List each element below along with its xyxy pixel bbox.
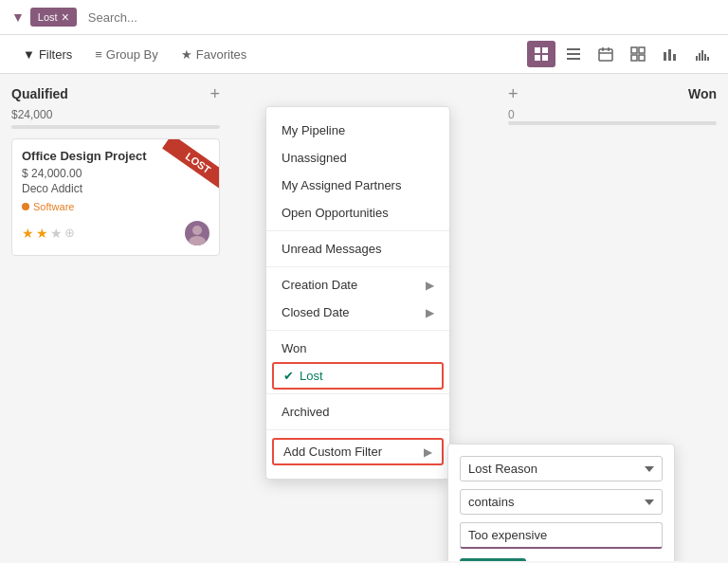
filters-group-4: Won ✔ Lost bbox=[266, 331, 449, 394]
filter-item-creation-date[interactable]: Creation Date ▶ bbox=[266, 271, 449, 299]
cf-footer: APPLY ⊕ ADD A CONDITION bbox=[460, 558, 663, 561]
closed-date-label: Closed Date bbox=[282, 305, 350, 319]
closed-date-arrow: ▶ bbox=[426, 306, 434, 319]
avatar bbox=[185, 221, 209, 245]
svg-rect-22 bbox=[707, 57, 709, 61]
card-tag: Software bbox=[22, 201, 74, 212]
cf-operator-row: contains does not contain = != bbox=[460, 489, 663, 515]
col-count-won: 0 bbox=[508, 108, 717, 121]
toolbar: ▼ Filters ≡ Group By ★ Favorites bbox=[0, 35, 728, 74]
filter-item-open-opportunities[interactable]: Open Opportunities bbox=[266, 199, 449, 227]
filters-group-1: My Pipeline Unassigned My Assigned Partn… bbox=[266, 113, 449, 231]
add-custom-filter-label: Add Custom Filter bbox=[283, 445, 382, 459]
filter-tag[interactable]: Lost × bbox=[30, 8, 77, 27]
svg-rect-12 bbox=[639, 47, 645, 53]
cf-value-row bbox=[460, 522, 663, 549]
svg-rect-7 bbox=[599, 49, 612, 61]
filter-item-closed-date[interactable]: Closed Date ▶ bbox=[266, 299, 449, 326]
tag-label: Software bbox=[33, 201, 74, 212]
kanban-col-qualified: Qualified + $24,000 LOST Office Design P… bbox=[11, 85, 220, 550]
col-amount-qualified: $24,000 bbox=[11, 108, 220, 121]
activity-view-button[interactable] bbox=[688, 41, 717, 67]
svg-rect-17 bbox=[673, 54, 676, 61]
svg-rect-4 bbox=[567, 48, 580, 50]
svg-rect-13 bbox=[631, 55, 637, 61]
funnel-icon: ▼ bbox=[11, 9, 25, 25]
creation-date-arrow: ▶ bbox=[426, 279, 434, 292]
filter-item-my-assigned-partners[interactable]: My Assigned Partners bbox=[266, 172, 449, 199]
svg-rect-5 bbox=[567, 53, 580, 55]
kanban-card: LOST Office Design Project $ 24,000.00 D… bbox=[11, 138, 220, 256]
filters-button[interactable]: ▼ Filters bbox=[11, 43, 83, 66]
filters-group-2: Unread Messages bbox=[266, 231, 449, 267]
svg-rect-6 bbox=[567, 58, 580, 60]
cf-field-select[interactable]: Lost Reason Stage Salesperson Expected R… bbox=[460, 456, 663, 481]
filters-group-custom: Add Custom Filter ▶ bbox=[266, 430, 449, 473]
svg-rect-21 bbox=[704, 54, 706, 61]
bar-chart-view-button[interactable] bbox=[656, 41, 684, 67]
card-partner: Deco Addict bbox=[22, 182, 209, 195]
filter-item-archived[interactable]: Archived bbox=[266, 398, 449, 426]
svg-rect-19 bbox=[699, 53, 701, 61]
cf-operator-select[interactable]: contains does not contain = != bbox=[460, 489, 663, 515]
svg-rect-14 bbox=[639, 55, 645, 61]
card-footer: ★ ★ ★ ⊕ bbox=[22, 221, 209, 245]
group-by-icon: ≡ bbox=[95, 47, 102, 62]
favorites-label: Favorites bbox=[196, 47, 246, 62]
filter-icon: ▼ bbox=[23, 47, 35, 62]
tag-dot bbox=[22, 203, 29, 210]
svg-rect-1 bbox=[542, 47, 548, 53]
svg-rect-3 bbox=[542, 55, 548, 61]
filter-tag-remove[interactable]: × bbox=[62, 10, 69, 24]
lost-check-icon: ✔ bbox=[283, 369, 294, 383]
filter-item-won[interactable]: Won bbox=[266, 335, 449, 362]
cf-value-input[interactable] bbox=[460, 522, 663, 549]
calendar-view-button[interactable] bbox=[592, 41, 620, 67]
col-add-qualified[interactable]: + bbox=[209, 85, 220, 102]
add-custom-filter-button[interactable]: Add Custom Filter ▶ bbox=[272, 438, 444, 465]
filter-item-lost[interactable]: ✔ Lost bbox=[272, 362, 444, 390]
svg-rect-16 bbox=[668, 49, 671, 61]
creation-date-label: Creation Date bbox=[282, 278, 357, 292]
kanban-view-button[interactable] bbox=[527, 41, 555, 67]
svg-point-23 bbox=[192, 226, 202, 235]
custom-filter-panel: Lost Reason Stage Salesperson Expected R… bbox=[447, 444, 675, 561]
list-view-button[interactable] bbox=[559, 41, 588, 67]
col-bar-qualified bbox=[11, 125, 220, 129]
svg-rect-20 bbox=[701, 50, 703, 61]
favorites-button[interactable]: ★ Favorites bbox=[170, 43, 258, 66]
col-header-qualified: Qualified + bbox=[11, 85, 220, 102]
add-custom-filter-arrow: ▶ bbox=[424, 445, 432, 459]
star-3: ★ bbox=[50, 226, 63, 241]
svg-rect-18 bbox=[696, 56, 698, 61]
card-stars[interactable]: ★ ★ ★ ⊕ bbox=[22, 226, 75, 241]
star-icon: ★ bbox=[181, 47, 192, 62]
star-2: ★ bbox=[36, 226, 48, 241]
filter-item-my-pipeline[interactable]: My Pipeline bbox=[266, 117, 449, 144]
filter-item-unassigned[interactable]: Unassigned bbox=[266, 144, 449, 172]
schedule-icon: ⊕ bbox=[64, 226, 75, 241]
toolbar-left: ▼ Filters ≡ Group By ★ Favorites bbox=[11, 43, 258, 66]
col-title-won: Won bbox=[688, 86, 717, 101]
svg-point-24 bbox=[189, 236, 206, 245]
svg-rect-15 bbox=[664, 52, 666, 61]
filters-dropdown: My Pipeline Unassigned My Assigned Partn… bbox=[265, 106, 450, 480]
filter-item-unread-messages[interactable]: Unread Messages bbox=[266, 235, 449, 263]
filters-group-3: Creation Date ▶ Closed Date ▶ bbox=[266, 267, 449, 331]
col-header-won: + Won bbox=[508, 85, 717, 102]
filters-label: Filters bbox=[39, 47, 72, 62]
main-content: Qualified + $24,000 LOST Office Design P… bbox=[0, 74, 728, 561]
star-1: ★ bbox=[22, 226, 34, 241]
toolbar-right bbox=[527, 41, 717, 67]
cf-apply-button[interactable]: APPLY bbox=[460, 558, 526, 561]
svg-rect-2 bbox=[535, 55, 540, 61]
filter-tag-label: Lost bbox=[38, 11, 58, 23]
col-bar-won bbox=[508, 121, 717, 125]
group-by-button[interactable]: ≡ Group By bbox=[83, 43, 170, 66]
card-amount: $ 24,000.00 bbox=[22, 167, 209, 180]
cf-field-row: Lost Reason Stage Salesperson Expected R… bbox=[460, 456, 663, 481]
svg-rect-0 bbox=[535, 47, 540, 53]
pivot-view-button[interactable] bbox=[624, 41, 652, 67]
search-input[interactable] bbox=[82, 9, 717, 27]
col-add-won[interactable]: + bbox=[508, 85, 519, 102]
